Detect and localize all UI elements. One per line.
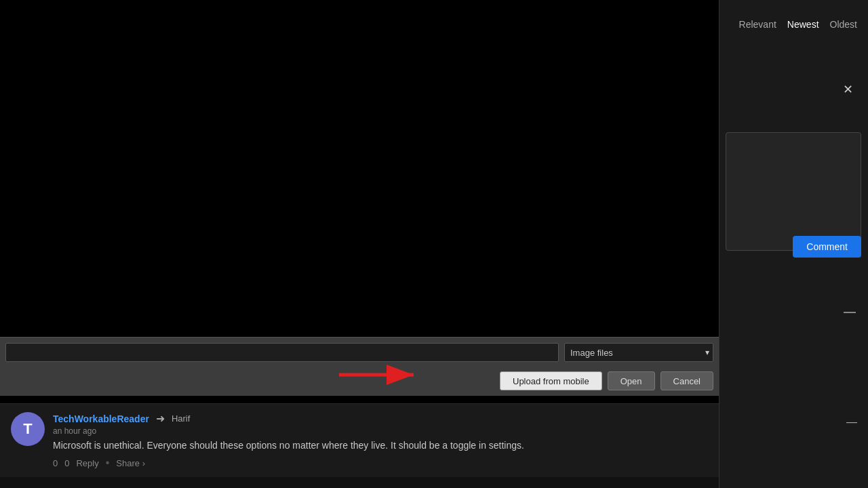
comment-item: T TechWorkableReader ➜ Harif an hour ago… [11,412,708,469]
comment-actions: 0 0 Reply • Share › [53,457,708,469]
comment-time: an hour ago [53,426,708,436]
comments-section: T TechWorkableReader ➜ Harif an hour ago… [0,403,719,477]
file-path-input[interactable] [5,343,559,362]
sort-tab-relevant[interactable]: Relevant [739,19,776,30]
sort-tab-oldest[interactable]: Oldest [830,19,857,30]
comment-submit-button[interactable]: Comment [793,236,861,258]
close-button[interactable]: ✕ [840,81,856,98]
sort-tab-newest[interactable]: Newest [787,19,819,30]
share-button[interactable]: Share › [116,458,145,468]
file-dialog-row1: Image files All files [0,338,719,367]
file-dialog: Image files All files Upload from mobile… [0,337,719,396]
vote-down-count: 0 [64,458,69,468]
comment-textarea-area[interactable] [726,132,861,251]
file-dialog-row2: Upload from mobile Open Cancel [0,367,719,396]
minimize-bar [844,312,856,313]
upload-from-mobile-button[interactable]: Upload from mobile [500,371,602,390]
comment-reply-to: Harif [172,413,190,424]
comment-author[interactable]: TechWorkableReader [53,413,149,424]
open-button[interactable]: Open [608,371,655,390]
comment-header: TechWorkableReader ➜ Harif [53,412,708,425]
comment-body: TechWorkableReader ➜ Harif an hour ago M… [53,412,708,469]
reply-button[interactable]: Reply [76,458,98,468]
cancel-button[interactable]: Cancel [660,371,713,390]
file-type-select-wrapper: Image files All files [564,343,713,362]
avatar-letter: T [23,420,32,438]
minimize-bar-2: — [846,416,857,428]
file-type-select[interactable]: Image files All files [564,343,713,362]
avatar: T [11,412,45,446]
sidebar-sort-header: Relevant Newest Oldest [719,0,868,38]
comments-sidebar: Relevant Newest Oldest ✕ Comment — [719,0,868,488]
vote-up-count: 0 [53,458,58,468]
comment-text: Microsoft is unethical. Everyone should … [53,439,708,453]
